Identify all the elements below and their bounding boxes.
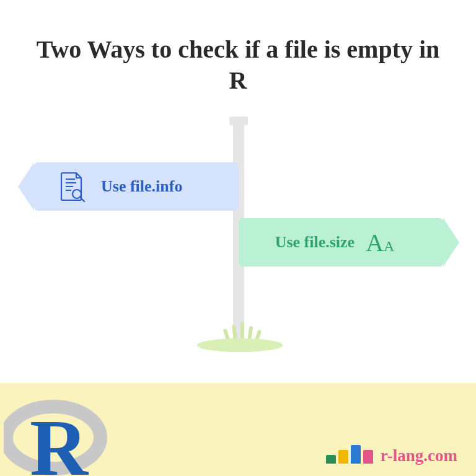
document-search-icon	[58, 170, 87, 203]
footer-band: R r-lang.com	[0, 383, 476, 476]
sign-file-size: Use file.size AA	[239, 218, 443, 267]
sign-file-info-label: Use file.info	[101, 177, 182, 196]
signpost-illustration: Use file.info Use file.size AA	[0, 105, 476, 366]
svg-text:R: R	[30, 403, 89, 476]
r-logo-icon: R	[4, 395, 109, 476]
site-name: r-lang.com	[381, 446, 457, 465]
sign-file-size-label: Use file.size	[275, 233, 355, 252]
site-brand: r-lang.com	[326, 445, 457, 464]
page-title: Two Ways to check if a file is empty in …	[0, 0, 476, 96]
font-size-icon: AA	[366, 228, 394, 257]
grass-decoration	[197, 327, 283, 352]
sign-file-info: Use file.info	[34, 162, 239, 211]
bar-chart-icon	[326, 445, 373, 464]
